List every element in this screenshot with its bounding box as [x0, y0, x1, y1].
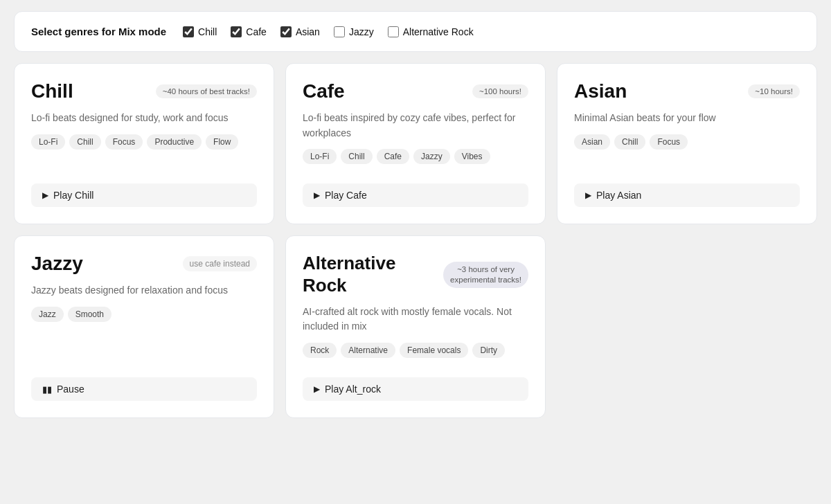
play-cafe-label: Play Cafe [325, 190, 367, 201]
card-alt-rock-description: AI-crafted alt rock with mostly female v… [303, 305, 528, 334]
genre-checkboxes: Chill Cafe Asian Jazzy Alternative Rock [183, 26, 474, 37]
checkbox-jazzy[interactable]: Jazzy [334, 26, 374, 37]
card-cafe: Cafe ~100 hours! Lo-fi beats inspired by… [285, 63, 546, 224]
tag-focus: Focus [105, 134, 143, 150]
checkbox-alt-rock[interactable]: Alternative Rock [388, 26, 474, 37]
card-asian-tags: Asian Chill Focus [574, 134, 800, 150]
checkbox-asian[interactable]: Asian [280, 26, 320, 37]
card-jazzy-tags: Jazz Smooth [31, 307, 257, 322]
checkbox-chill-input[interactable] [183, 26, 194, 37]
tag-female-vocals: Female vocals [400, 343, 468, 358]
checkbox-asian-input[interactable] [280, 26, 292, 37]
checkbox-cafe-input[interactable] [231, 26, 242, 37]
tag-chill-cafe: Chill [341, 149, 372, 164]
play-alt-rock-button[interactable]: ▶ Play Alt_rock [303, 377, 528, 401]
tag-flow: Flow [206, 134, 238, 150]
play-alt-rock-icon: ▶ [314, 384, 320, 394]
play-alt-rock-label: Play Alt_rock [325, 384, 381, 395]
genre-selector-panel: Select genres for Mix mode Chill Cafe As… [14, 11, 817, 52]
tag-lofi: Lo-Fi [31, 134, 65, 150]
card-jazzy-title: Jazzy [31, 253, 83, 275]
play-chill-icon: ▶ [42, 190, 48, 200]
tag-focus-asian: Focus [650, 134, 688, 150]
genre-selector-title: Select genres for Mix mode [31, 26, 166, 37]
tag-jazz: Jazz [31, 307, 64, 322]
card-asian: Asian ~10 hours! Minimal Asian beats for… [557, 63, 817, 224]
card-jazzy-header: Jazzy use cafe instead [31, 253, 257, 275]
card-alt-rock: Alternative Rock ~3 hours of very experi… [285, 235, 546, 418]
checkbox-chill-label: Chill [198, 26, 217, 37]
card-cafe-description: Lo-fi beats inspired by cozy cafe vibes,… [303, 111, 528, 141]
card-asian-description: Minimal Asian beats for your flow [574, 111, 800, 126]
card-chill-title: Chill [31, 80, 73, 102]
tag-alternative: Alternative [341, 343, 395, 358]
card-chill: Chill ~40 hours of best tracks! Lo-fi be… [14, 63, 274, 224]
card-cafe-title: Cafe [303, 80, 345, 102]
tag-chill-asian: Chill [614, 134, 645, 150]
card-asian-header: Asian ~10 hours! [574, 80, 800, 102]
card-alt-rock-badge-line2: experimental tracks! [450, 276, 521, 284]
page-container: Select genres for Mix mode Chill Cafe As… [14, 11, 817, 418]
play-cafe-icon: ▶ [314, 190, 320, 200]
card-alt-rock-badge: ~3 hours of very experimental tracks! [443, 262, 528, 288]
tag-vibes: Vibes [454, 149, 490, 164]
play-chill-button[interactable]: ▶ Play Chill [31, 183, 257, 207]
card-asian-badge: ~10 hours! [748, 84, 800, 98]
card-alt-rock-title: Alternative Rock [303, 253, 435, 296]
tag-cafe: Cafe [377, 149, 409, 164]
checkbox-alt-rock-label: Alternative Rock [403, 26, 474, 37]
cards-grid: Chill ~40 hours of best tracks! Lo-fi be… [14, 63, 817, 418]
pause-jazzy-label: Pause [57, 384, 84, 395]
tag-smooth: Smooth [68, 307, 111, 322]
checkbox-cafe[interactable]: Cafe [231, 26, 267, 37]
card-chill-header: Chill ~40 hours of best tracks! [31, 80, 257, 102]
card-asian-title: Asian [574, 80, 627, 102]
checkbox-jazzy-input[interactable] [334, 26, 345, 37]
card-cafe-tags: Lo-Fi Chill Cafe Jazzy Vibes [303, 149, 528, 164]
card-chill-badge: ~40 hours of best tracks! [156, 84, 257, 98]
card-cafe-badge: ~100 hours! [472, 84, 528, 98]
checkbox-alt-rock-input[interactable] [388, 26, 399, 37]
checkbox-chill[interactable]: Chill [183, 26, 217, 37]
play-chill-label: Play Chill [53, 190, 93, 201]
tag-jazzy-cafe: Jazzy [413, 149, 450, 164]
checkbox-cafe-label: Cafe [246, 26, 267, 37]
card-alt-rock-header: Alternative Rock ~3 hours of very experi… [303, 253, 528, 296]
card-alt-rock-tags: Rock Alternative Female vocals Dirty [303, 343, 528, 358]
checkbox-asian-label: Asian [296, 26, 320, 37]
card-chill-description: Lo-fi beats designed for study, work and… [31, 111, 257, 126]
card-alt-rock-badge-line1: ~3 hours of very [457, 265, 515, 273]
pause-jazzy-icon: ▮▮ [42, 384, 52, 395]
card-jazzy-description: Jazzy beats designed for relaxation and … [31, 283, 257, 298]
play-cafe-button[interactable]: ▶ Play Cafe [303, 183, 528, 207]
play-asian-icon: ▶ [585, 190, 591, 200]
play-asian-label: Play Asian [596, 190, 641, 201]
card-jazzy: Jazzy use cafe instead Jazzy beats desig… [14, 235, 274, 418]
pause-jazzy-button[interactable]: ▮▮ Pause [31, 377, 257, 401]
tag-lofi-cafe: Lo-Fi [303, 149, 337, 164]
tag-rock: Rock [303, 343, 337, 358]
tag-dirty: Dirty [472, 343, 505, 358]
card-cafe-header: Cafe ~100 hours! [303, 80, 528, 102]
checkbox-jazzy-label: Jazzy [349, 26, 374, 37]
tag-asian: Asian [574, 134, 610, 150]
tag-chill: Chill [69, 134, 100, 150]
play-asian-button[interactable]: ▶ Play Asian [574, 183, 800, 207]
tag-productive: Productive [147, 134, 202, 150]
card-jazzy-badge: use cafe instead [183, 256, 257, 271]
card-chill-tags: Lo-Fi Chill Focus Productive Flow [31, 134, 257, 150]
